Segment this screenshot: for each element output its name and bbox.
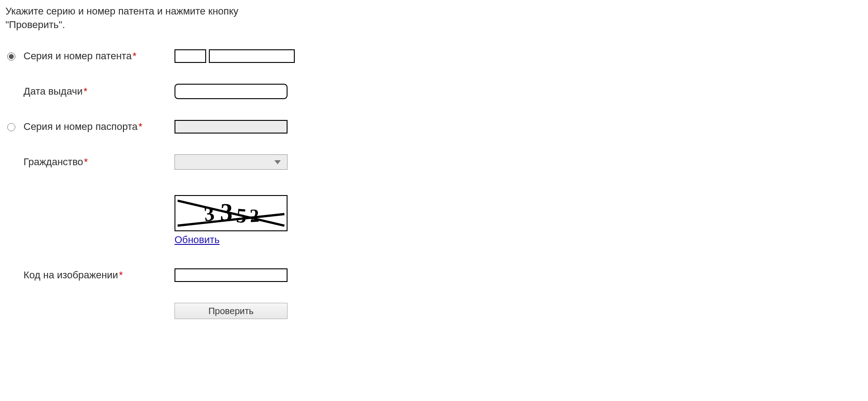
label-patent: Серия и номер патента*	[24, 50, 175, 62]
svg-text:3: 3	[203, 202, 216, 226]
required-mark: *	[119, 269, 123, 281]
row-issue-date: Дата выдачи*	[7, 84, 863, 99]
input-passport[interactable]	[175, 120, 288, 134]
input-captcha-code[interactable]	[175, 268, 288, 282]
input-patent-series[interactable]	[175, 49, 206, 63]
row-citizenship: Гражданство*	[7, 154, 863, 170]
label-issue-date-text: Дата выдачи	[24, 86, 83, 97]
input-patent-number[interactable]	[209, 49, 295, 63]
label-patent-text: Серия и номер патента	[24, 50, 132, 62]
radio-passport[interactable]	[7, 123, 15, 131]
captcha-image: 3 3 5 2	[175, 195, 288, 231]
label-issue-date: Дата выдачи*	[24, 86, 175, 97]
chevron-down-icon	[274, 160, 281, 164]
input-issue-date[interactable]	[175, 84, 288, 99]
svg-text:3: 3	[220, 198, 233, 226]
radio-patent[interactable]	[7, 53, 15, 61]
label-passport-text: Серия и номер паспорта	[24, 121, 137, 132]
required-mark: *	[84, 86, 88, 97]
patent-check-form: Серия и номер патента* Дата выдачи* Сери…	[5, 49, 863, 319]
row-captcha-image: 3 3 5 2 Обновить	[7, 191, 863, 259]
label-citizenship-text: Гражданство	[24, 156, 83, 167]
required-mark: *	[84, 156, 88, 167]
label-captcha: Код на изображении*	[24, 269, 175, 281]
row-captcha-input: Код на изображении*	[7, 268, 863, 282]
svg-text:5: 5	[236, 204, 247, 227]
row-patent: Серия и номер патента*	[7, 49, 863, 63]
label-captcha-text: Код на изображении	[24, 269, 118, 281]
required-mark: *	[132, 50, 137, 62]
row-passport: Серия и номер паспорта*	[7, 120, 863, 134]
instructions-text: Укажите серию и номер патента и нажмите …	[5, 5, 259, 31]
svg-text:2: 2	[249, 205, 259, 226]
label-passport: Серия и номер паспорта*	[24, 121, 175, 133]
captcha-refresh-link[interactable]: Обновить	[175, 234, 220, 246]
submit-button[interactable]: Проверить	[175, 303, 288, 319]
required-mark: *	[138, 121, 142, 132]
select-citizenship[interactable]	[175, 154, 288, 170]
label-citizenship: Гражданство*	[24, 156, 175, 168]
row-submit: Проверить	[7, 303, 863, 319]
